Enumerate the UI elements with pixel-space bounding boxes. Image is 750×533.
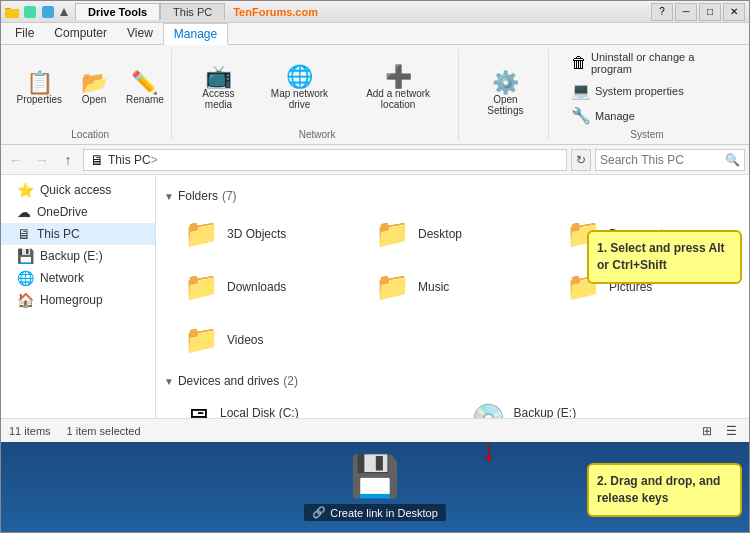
properties-button[interactable]: 📋 Properties bbox=[10, 70, 68, 107]
window-wrapper: Drive Tools This PC TenForums.com ? ─ □ … bbox=[0, 0, 750, 533]
homegroup-icon: 🏠 bbox=[17, 292, 34, 308]
add-network-button[interactable]: ➕ Add a network location bbox=[346, 64, 449, 112]
folders-chevron: ▼ bbox=[164, 191, 174, 202]
folder-icon bbox=[5, 5, 19, 19]
tab-computer[interactable]: Computer bbox=[44, 23, 117, 44]
svg-rect-2 bbox=[24, 6, 36, 18]
sidebar-item-quick-access[interactable]: ⭐ Quick access bbox=[1, 179, 155, 201]
address-input[interactable]: 🖥 This PC > bbox=[83, 149, 567, 171]
device-e-header: 💿 Backup (E:) 4.73 TB free of 5.45 TB bbox=[471, 402, 734, 418]
system-props-label: System properties bbox=[595, 85, 684, 97]
svg-marker-4 bbox=[60, 8, 68, 16]
title-bar-tabs: Drive Tools This PC bbox=[75, 3, 225, 20]
link-icon: 🔗 bbox=[312, 506, 326, 519]
sidebar-item-this-pc[interactable]: 🖥 This PC bbox=[1, 223, 155, 245]
access-media-button[interactable]: 📺 Access media bbox=[184, 64, 252, 112]
folder-music-label: Music bbox=[418, 280, 449, 294]
folder-videos-label: Videos bbox=[227, 333, 263, 347]
open-button[interactable]: 📂 Open bbox=[72, 70, 116, 107]
tab-file[interactable]: File bbox=[5, 23, 44, 44]
folder-item-downloads[interactable]: 📁 Downloads bbox=[176, 264, 359, 309]
devices-grid: 🖥 Local Disk (C:) 206 GB free of 237 GB bbox=[164, 396, 741, 418]
uninstall-button[interactable]: 🗑 Uninstall or change a program bbox=[567, 49, 727, 77]
bottom-content: ↓ 💾 🔗 Create link in Desktop bbox=[304, 453, 446, 521]
folders-count: (7) bbox=[222, 189, 237, 203]
selected-count: 1 item selected bbox=[67, 425, 141, 437]
tab-view[interactable]: View bbox=[117, 23, 163, 44]
device-c-info: Local Disk (C:) 206 GB free of 237 GB bbox=[220, 406, 322, 418]
close-button[interactable]: ✕ bbox=[723, 3, 745, 21]
small-icon-1 bbox=[23, 5, 37, 19]
search-box: 🔍 bbox=[595, 149, 745, 171]
devices-section-header[interactable]: ▼ Devices and drives (2) bbox=[164, 374, 741, 388]
callout-1: 1. Select and press Alt or Ctrl+Shift bbox=[587, 230, 742, 284]
tab-drive-tools[interactable]: Drive Tools bbox=[75, 3, 160, 20]
device-e-name: Backup (E:) bbox=[514, 406, 618, 418]
tab-this-pc[interactable]: This PC bbox=[160, 3, 225, 20]
svg-rect-3 bbox=[42, 6, 54, 18]
back-button[interactable]: ← bbox=[5, 149, 27, 171]
sidebar-item-network[interactable]: 🌐 Network bbox=[1, 267, 155, 289]
system-group-label: System bbox=[630, 129, 663, 140]
this-pc-icon: 🖥 bbox=[17, 226, 31, 242]
folders-section-header[interactable]: ▼ Folders (7) bbox=[164, 189, 741, 203]
ribbon-group-location: 📋 Properties 📂 Open ✏️ Rename Location bbox=[9, 49, 172, 140]
list-view-button[interactable]: ☰ bbox=[721, 421, 741, 441]
rename-icon: ✏️ bbox=[131, 72, 158, 94]
callout-1-text: 1. Select and press Alt or Ctrl+Shift bbox=[597, 241, 725, 272]
maximize-button[interactable]: □ bbox=[699, 3, 721, 21]
properties-icon: 📋 bbox=[26, 72, 53, 94]
access-media-label: Access media bbox=[190, 88, 246, 110]
manage-button[interactable]: 🔧 Manage bbox=[567, 104, 727, 127]
device-e-icon: 💿 bbox=[471, 402, 506, 418]
manage-icon: 🔧 bbox=[571, 106, 591, 125]
folders-title: Folders bbox=[178, 189, 218, 203]
sidebar-label-onedrive: OneDrive bbox=[37, 205, 88, 219]
main-area: ⭐ Quick access ☁ OneDrive 🖥 This PC 💾 Ba… bbox=[1, 175, 749, 418]
system-props-icon: 💻 bbox=[571, 81, 591, 100]
tenforums-watermark: TenForums.com bbox=[233, 6, 318, 18]
devices-chevron: ▼ bbox=[164, 376, 174, 387]
rename-button[interactable]: ✏️ Rename bbox=[120, 70, 170, 107]
pc-icon: 🖥 bbox=[90, 152, 104, 168]
system-props-button[interactable]: 💻 System properties bbox=[567, 79, 727, 102]
device-item-e[interactable]: 💿 Backup (E:) 4.73 TB free of 5.45 TB bbox=[463, 396, 742, 418]
sidebar-label-backup: Backup (E:) bbox=[40, 249, 103, 263]
device-c-icon: 🖥 bbox=[184, 402, 212, 418]
callout-2-text: 2. Drag and drop, and release keys bbox=[597, 474, 720, 505]
open-settings-button[interactable]: ⚙️ Open Settings bbox=[471, 70, 540, 118]
forward-button[interactable]: → bbox=[31, 149, 53, 171]
device-item-c[interactable]: 🖥 Local Disk (C:) 206 GB free of 237 GB bbox=[176, 396, 455, 418]
title-bar-controls: ? ─ □ ✕ bbox=[651, 3, 745, 21]
folder-desktop-label: Desktop bbox=[418, 227, 462, 241]
up-button[interactable]: ↑ bbox=[57, 149, 79, 171]
location-group-label: Location bbox=[71, 129, 109, 140]
minimize-button[interactable]: ─ bbox=[675, 3, 697, 21]
device-e-info: Backup (E:) 4.73 TB free of 5.45 TB bbox=[514, 406, 618, 418]
up-arrow-icon bbox=[59, 7, 69, 17]
tab-manage[interactable]: Manage bbox=[163, 23, 228, 45]
folder-item-3d[interactable]: 📁 3D Objects bbox=[176, 211, 359, 256]
search-input[interactable] bbox=[600, 153, 725, 167]
access-media-icon: 📺 bbox=[205, 66, 232, 88]
bottom-network-icon: 💾 bbox=[350, 453, 400, 500]
grid-view-button[interactable]: ⊞ bbox=[697, 421, 717, 441]
refresh-button[interactable]: ↻ bbox=[571, 149, 591, 171]
manage-label: Manage bbox=[595, 110, 635, 122]
ribbon: File Computer View Manage 📋 Properties 📂 bbox=[1, 23, 749, 145]
content-area: ▼ Folders (7) 📁 3D Objects 📁 Desktop 📁 bbox=[156, 175, 749, 418]
sidebar-item-homegroup[interactable]: 🏠 Homegroup bbox=[1, 289, 155, 311]
open-icon: 📂 bbox=[81, 72, 108, 94]
folder-desktop-icon: 📁 bbox=[375, 217, 410, 250]
network-items: 📺 Access media 🌐 Map network drive ➕ Add… bbox=[184, 49, 449, 127]
sidebar-item-backup[interactable]: 💾 Backup (E:) bbox=[1, 245, 155, 267]
map-network-button[interactable]: 🌐 Map network drive bbox=[257, 64, 343, 112]
folder-item-videos[interactable]: 📁 Videos bbox=[176, 317, 359, 362]
network-icon: 🌐 bbox=[17, 270, 34, 286]
sidebar-item-onedrive[interactable]: ☁ OneDrive bbox=[1, 201, 155, 223]
create-link-text: Create link in Desktop bbox=[330, 507, 438, 519]
address-segment[interactable]: This PC bbox=[108, 153, 151, 167]
folder-item-music[interactable]: 📁 Music bbox=[367, 264, 550, 309]
folder-item-desktop[interactable]: 📁 Desktop bbox=[367, 211, 550, 256]
help-button[interactable]: ? bbox=[651, 3, 673, 21]
